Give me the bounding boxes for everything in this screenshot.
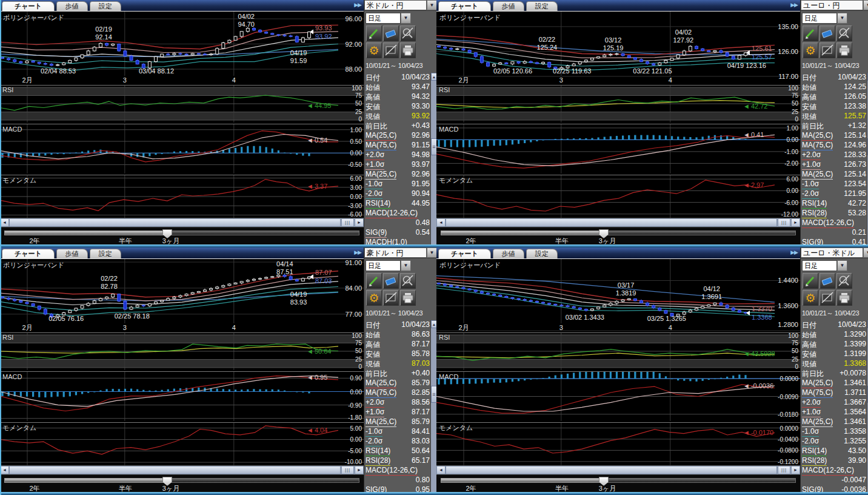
currency-dropdown-icon[interactable]: ▼ <box>427 247 436 258</box>
period-selector[interactable]: 日足▼ <box>802 260 868 271</box>
momentum-chart-canvas[interactable]: 6.000.00-6.00-12.00モメンタム◄2.97 <box>436 175 800 218</box>
fast-forward-icon[interactable]: ▶▶ <box>790 2 798 8</box>
timeframe-slider[interactable]: 2年半年3ヶ月 <box>436 474 800 492</box>
scroll-left-button[interactable]: ◄ <box>436 466 446 474</box>
macd-chart-canvas[interactable]: 0.0000-0.0090-0.0180MACD◄-0.0036 <box>436 372 800 421</box>
scroll-grip[interactable]: ||| <box>778 218 790 227</box>
tab-settings[interactable]: 設定 <box>90 1 121 11</box>
tab-settings[interactable]: 設定 <box>526 1 558 11</box>
price-chart-canvas[interactable]: 1.44001.36001.28002月34ボリンジャーバンド03/171.38… <box>436 259 800 331</box>
momentum-section[interactable]: 0.0000-0.0400-0.0800-0.1200モメンタム◄-0.0170 <box>436 422 800 465</box>
gear-button[interactable]: ⚙ <box>366 290 382 306</box>
slider-groove-right[interactable] <box>604 478 796 483</box>
period-selector[interactable]: 日足▼ <box>802 13 868 24</box>
pencil-button[interactable] <box>803 25 818 41</box>
period-dropdown-icon[interactable]: ▼ <box>401 13 411 24</box>
momentum-chart-canvas[interactable]: 0.0000-0.0400-0.0800-0.1200モメンタム◄-0.0170 <box>436 423 800 465</box>
slider-groove-left[interactable] <box>441 231 604 235</box>
period-dropdown-icon[interactable]: ▼ <box>837 260 847 271</box>
scroll-thumb[interactable] <box>9 466 341 474</box>
tab-walk-price[interactable]: 歩値 <box>493 1 524 11</box>
slider-groove-left[interactable] <box>4 478 167 483</box>
currency-pair-selector[interactable]: 豪ドル・円▼ <box>364 247 436 258</box>
period-dropdown-icon[interactable]: ▼ <box>401 260 411 271</box>
gear-button[interactable]: ⚙ <box>366 42 382 58</box>
scroll-grip[interactable]: ||| <box>341 218 354 227</box>
info-scroll-up-button[interactable]: ▲ <box>431 73 436 81</box>
zoom-disabled-button[interactable] <box>836 25 852 41</box>
scroll-left-button[interactable]: ◄ <box>436 218 446 227</box>
period-selector[interactable]: 日足▼ <box>366 13 436 24</box>
currency-pair-selector[interactable]: ユーロ・円▼ <box>801 0 868 11</box>
momentum-section[interactable]: 6.000.00-6.00-12.00モメンタム◄2.97 <box>436 175 800 218</box>
price-chart-section[interactable]: 91.0084.0077.002月34ボリンジャーバンド02/2282.7804… <box>0 259 364 331</box>
rsi-section[interactable]: 1007550250RSI◄44.95 <box>0 85 364 123</box>
rsi-section[interactable]: 1007550250RSI◄50.64 <box>0 332 364 370</box>
chart-h-scrollbar[interactable]: ◄|||► <box>0 218 364 227</box>
currency-pair-selector[interactable]: 米ドル・円▼ <box>364 0 436 11</box>
price-chart-canvas[interactable]: 96.0092.0088.002月34ボリンジャーバンド02/1992.1404… <box>0 12 364 84</box>
macd-section[interactable]: 1.000.00-1.00-2.00MACD◄0.41 <box>436 124 800 173</box>
eraser-button[interactable] <box>383 25 399 41</box>
rsi-chart-canvas[interactable]: 1007550250RSI◄43.5028 <box>436 333 800 370</box>
slider-groove-left[interactable] <box>4 231 167 235</box>
price-chart-section[interactable]: 1.44001.36001.28002月34ボリンジャーバンド03/171.38… <box>436 259 800 331</box>
scroll-right-button[interactable]: ► <box>355 218 364 227</box>
scroll-thumb[interactable] <box>446 466 777 474</box>
rsi-chart-canvas[interactable]: 1007550250RSI◄42.72 <box>436 86 800 123</box>
info-scroll-thumb[interactable]: ≡ <box>431 138 436 155</box>
scroll-thumb[interactable] <box>9 218 341 227</box>
price-chart-canvas[interactable]: 135.00126.00117.002月34ボリンジャーバンド02/22125.… <box>436 12 800 84</box>
scroll-left-button[interactable]: ◄ <box>0 218 9 227</box>
timeframe-slider[interactable]: 2年半年3ヶ月 <box>436 227 800 244</box>
info-v-scrollbar[interactable]: ▲≡ <box>430 320 436 492</box>
fast-forward-icon[interactable]: ▶▶ <box>354 2 361 8</box>
price-chart-section[interactable]: 135.00126.00117.002月34ボリンジャーバンド02/22125.… <box>436 12 800 84</box>
fast-forward-icon[interactable]: ▶▶ <box>790 249 798 255</box>
slider-groove-right[interactable] <box>167 478 359 483</box>
scroll-right-button[interactable]: ► <box>791 218 800 227</box>
zoom-disabled-button[interactable] <box>400 273 416 289</box>
eraser-button[interactable] <box>820 273 835 289</box>
tab-chart[interactable]: チャート <box>2 249 55 258</box>
currency-pair-selector[interactable]: ユーロ・米ドル▼ <box>801 247 868 258</box>
chart-h-scrollbar[interactable]: ◄|||► <box>0 465 364 474</box>
chart-h-scrollbar[interactable]: ◄|||► <box>436 218 800 227</box>
currency-dropdown-icon[interactable]: ▼ <box>427 0 436 10</box>
gear-button[interactable]: ⚙ <box>803 290 818 306</box>
printer-button[interactable] <box>836 290 852 306</box>
panel-disabled-button[interactable] <box>820 290 835 306</box>
scroll-right-button[interactable]: ► <box>791 466 800 474</box>
macd-section[interactable]: 1.000.500.00-0.50MACD◄0.54 <box>0 124 364 173</box>
pencil-button[interactable] <box>803 273 818 289</box>
tab-walk-price[interactable]: 歩値 <box>56 249 88 258</box>
gear-button[interactable]: ⚙ <box>803 42 818 58</box>
scroll-grip[interactable]: ||| <box>778 466 790 474</box>
rsi-section[interactable]: 1007550250RSI◄42.72 <box>436 85 800 123</box>
chart-h-scrollbar[interactable]: ◄|||► <box>436 465 800 474</box>
tab-settings[interactable]: 設定 <box>526 249 558 258</box>
momentum-chart-canvas[interactable]: 6.003.000.00-3.00-6.00モメンタム◄3.37 <box>0 175 364 218</box>
currency-dropdown-icon[interactable]: ▼ <box>863 247 868 258</box>
macd-chart-canvas[interactable]: 1.000.500.00-0.50MACD◄0.54 <box>0 124 364 173</box>
scroll-thumb[interactable] <box>446 218 777 227</box>
rsi-section[interactable]: 1007550250RSI◄43.5028 <box>436 332 800 370</box>
printer-button[interactable] <box>400 290 416 306</box>
rsi-chart-canvas[interactable]: 1007550250RSI◄44.95 <box>0 86 364 123</box>
slider-groove-right[interactable] <box>604 231 796 235</box>
tab-settings[interactable]: 設定 <box>90 249 121 258</box>
printer-button[interactable] <box>400 42 416 58</box>
tab-walk-price[interactable]: 歩値 <box>56 1 88 11</box>
slider-groove-right[interactable] <box>167 231 359 235</box>
tab-chart[interactable]: チャート <box>438 249 491 258</box>
momentum-section[interactable]: 5.000.00-5.00-10.00モメンタム◄4.04 <box>0 422 364 465</box>
macd-chart-canvas[interactable]: 0.900.00-0.90-1.80MACD◄0.95 <box>0 372 364 421</box>
info-scroll-up-button[interactable]: ▲ <box>431 320 436 328</box>
tab-walk-price[interactable]: 歩値 <box>493 249 524 258</box>
scroll-right-button[interactable]: ► <box>355 466 364 474</box>
panel-disabled-button[interactable] <box>820 42 835 58</box>
slider-groove-left[interactable] <box>441 478 604 483</box>
pencil-button[interactable] <box>366 25 382 41</box>
macd-chart-canvas[interactable]: 1.000.00-1.00-2.00MACD◄0.41 <box>436 124 800 173</box>
eraser-button[interactable] <box>383 273 399 289</box>
